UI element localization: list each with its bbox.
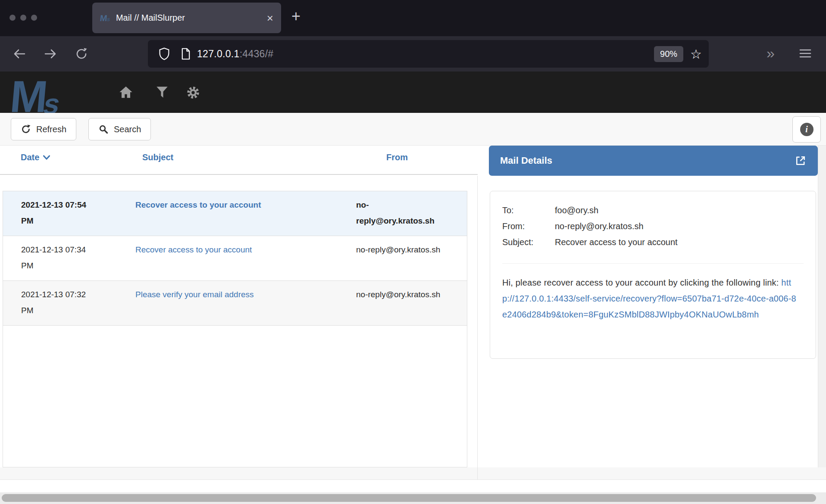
horizontal-scrollbar-thumb[interactable] [2, 494, 816, 502]
refresh-icon [21, 124, 31, 134]
mailslurper-navbar: M s [0, 72, 826, 113]
overflow-chevrons-icon[interactable]: » [767, 45, 774, 62]
horizontal-scrollbar [0, 492, 826, 504]
zoom-level-badge[interactable]: 90% [654, 46, 683, 62]
browser-toolbar: 127.0.0.1:4436/# 90% ☆ » [0, 36, 826, 72]
mailslurper-logo: M s [10, 78, 59, 113]
mail-date: 2021-12-13 07:32 PM [21, 286, 95, 318]
mail-date: 2021-12-13 07:54 PM [21, 197, 95, 229]
search-button[interactable]: Search [88, 118, 151, 140]
refresh-button[interactable]: Refresh [11, 118, 76, 140]
subject-label: Subject: [502, 234, 555, 250]
url-text[interactable]: 127.0.0.1:4436/# [197, 48, 273, 60]
panel-divider-segment [477, 467, 478, 479]
mail-subject-link[interactable]: Recover access to your account [135, 245, 252, 254]
mail-row[interactable]: 2021-12-13 07:32 PM Please verify your e… [3, 281, 467, 326]
mail-body: Hi, please recover access to your accoun… [502, 275, 800, 323]
mail-details-title: Mail Details [500, 155, 795, 166]
mail-details-card: To: foo@ory.sh From: no-reply@ory.kratos… [490, 191, 816, 359]
mail-row[interactable]: 2021-12-13 07:34 PM Recover access to yo… [3, 236, 467, 281]
search-label: Search [114, 124, 141, 134]
open-external-icon[interactable] [795, 155, 807, 167]
forward-icon[interactable] [43, 47, 58, 61]
new-tab-button[interactable]: + [291, 9, 300, 24]
panel-divider [477, 176, 478, 467]
bookmark-star-icon[interactable]: ☆ [690, 47, 702, 62]
filter-funnel-icon[interactable] [156, 86, 168, 99]
mail-date: 2021-12-13 07:34 PM [21, 242, 95, 274]
mail-list: 2021-12-13 07:54 PM Recover access to yo… [3, 191, 467, 467]
page-info-icon[interactable] [181, 48, 191, 60]
tab-close-icon[interactable]: × [267, 12, 273, 24]
mail-from: no-reply@ory.kratos.sh [356, 242, 441, 258]
shield-icon[interactable] [158, 47, 170, 60]
sort-chevron-down-icon [43, 155, 50, 160]
info-icon: i [800, 123, 813, 136]
column-header-date[interactable]: Date [21, 152, 50, 162]
right-gutter [818, 146, 826, 467]
from-value: no-reply@ory.kratos.sh [555, 218, 804, 234]
mail-from: no-reply@ory.kratos.sh [356, 197, 441, 229]
refresh-label: Refresh [36, 124, 66, 134]
to-value: foo@ory.sh [555, 202, 804, 218]
header-divider [0, 174, 478, 175]
browser-tab[interactable]: M s Mail // MailSlurper × [92, 3, 281, 33]
url-port-path: :4436/# [240, 48, 274, 59]
browser-tab-bar: M s Mail // MailSlurper × + [0, 0, 826, 36]
settings-gear-icon[interactable] [186, 86, 200, 100]
mail-row-selected[interactable]: 2021-12-13 07:54 PM Recover access to yo… [3, 191, 467, 236]
from-label: From: [502, 218, 555, 234]
mailslurper-favicon: M s [100, 14, 110, 22]
window-close-button[interactable] [9, 15, 16, 21]
menu-hamburger-icon[interactable] [798, 47, 812, 59]
search-icon [98, 124, 109, 134]
column-header-from[interactable]: From [386, 152, 408, 162]
mail-from: no-reply@ory.kratos.sh [356, 286, 441, 302]
subject-value: Recover access to your account [555, 234, 804, 250]
mail-details-header: Mail Details [489, 146, 818, 176]
url-host: 127.0.0.1 [197, 48, 240, 59]
window-zoom-button[interactable] [31, 15, 37, 21]
reload-icon[interactable] [74, 47, 89, 61]
window-minimize-button[interactable] [20, 15, 26, 21]
page-bottom [0, 467, 826, 504]
mail-subject-link[interactable]: Recover access to your account [135, 200, 261, 209]
mail-subject-link[interactable]: Please verify your email address [135, 290, 254, 299]
mail-body-text: Hi, please recover access to your accoun… [502, 278, 781, 287]
window-controls[interactable] [9, 15, 37, 21]
to-label: To: [502, 202, 555, 218]
card-divider [502, 263, 804, 264]
action-toolbar: Refresh Search i [0, 113, 826, 146]
url-bar[interactable]: 127.0.0.1:4436/# 90% ☆ [148, 40, 709, 68]
tab-title: Mail // MailSlurper [116, 13, 267, 23]
column-header-subject[interactable]: Subject [142, 152, 173, 162]
home-icon[interactable] [119, 86, 133, 99]
back-icon[interactable] [12, 47, 27, 61]
info-button[interactable]: i [792, 116, 821, 143]
mail-meta: To: foo@ory.sh From: no-reply@ory.kratos… [502, 202, 804, 250]
footer-band [0, 480, 826, 492]
main-content: Date Subject From 2021-12-13 07:54 PM Re… [0, 146, 826, 467]
